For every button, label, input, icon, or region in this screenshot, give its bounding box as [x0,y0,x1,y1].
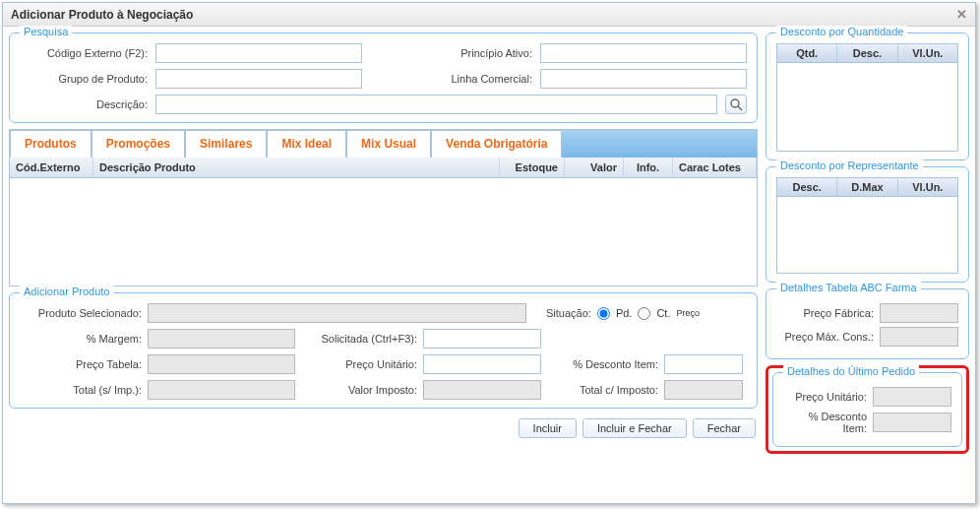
desconto-rep-legend: Desconto por Representante [776,159,923,171]
pct-desconto-input[interactable] [664,354,743,374]
principio-ativo-input[interactable] [540,43,747,63]
col-dmax[interactable]: D.Max [837,178,897,196]
col-estoque[interactable]: Estoque [500,158,565,177]
pesquisa-fieldset: Pesquisa Código Externo (F2): Princípio … [9,32,758,123]
preco-fabrica-input [880,303,958,323]
ultimo-preco-unit-label: Preço Unitário: [783,391,867,403]
linha-comercial-label: Linha Comercial: [424,73,532,85]
tab-mix-usual[interactable]: Mix Usual [346,130,431,158]
principio-ativo-label: Princípio Ativo: [424,47,532,59]
grupo-produto-label: Grupo de Produto: [20,73,148,85]
preco-unitario-label: Preço Unitário: [315,358,423,370]
situacao-label: Situação: [546,307,591,319]
total-s-imp-label: Total (s/ Imp.): [20,384,148,396]
tab-produtos[interactable]: Produtos [10,130,92,158]
produto-sel-input [148,303,526,323]
preco-fabrica-label: Preço Fábrica: [776,307,874,319]
abc-legend: Detalhes Tabela ABC Farma [776,282,921,293]
pct-desconto-label: % Desconto Item: [546,358,664,370]
svg-point-0 [731,99,739,107]
col-carac-lotes[interactable]: Carac Lotes [673,158,757,177]
right-column: Desconto por Quantidade Qtd. Desc. Vl.Un… [766,32,969,454]
ultimo-preco-unit-input [873,387,951,407]
ultimo-legend: Detalhes do Último Pedido [783,365,919,377]
tab-body: Cód.Externo Descrição Produto Estoque Va… [10,158,757,286]
adicionar-produto-fieldset: Adicionar Produto Produto Selecionado: S… [9,292,758,409]
tab-promocoes[interactable]: Promoções [92,130,185,158]
codigo-externo-input[interactable] [155,43,362,63]
fechar-button[interactable]: Fechar [693,418,756,438]
desconto-qtd-legend: Desconto por Quantidade [776,26,907,37]
desconto-rep-header: Desc. D.Max Vl.Un. [776,177,958,197]
valor-imposto-label: Valor Imposto: [315,384,423,396]
col-desc[interactable]: Desc. [837,44,897,62]
col-descricao[interactable]: Descrição Produto [93,158,500,177]
col-cod-externo[interactable]: Cód.Externo [10,158,93,177]
pct-margem-label: % Margem: [20,333,148,345]
total-c-imp-label: Total c/ Imposto: [546,384,664,396]
pd-label: Pd. [616,307,633,319]
tabstrip: Produtos Promoções Similares Mix Ideal M… [10,130,757,158]
col-desc2[interactable]: Desc. [777,178,837,196]
solicitada-input[interactable] [423,329,541,349]
total-c-imp-input [664,380,743,400]
pesquisa-legend: Pesquisa [20,26,72,37]
desconto-rep-fieldset: Desconto por Representante Desc. D.Max V… [766,166,969,283]
tab-similares[interactable]: Similares [185,130,267,158]
titlebar: Adicionar Produto à Negociação ✕ [3,3,975,27]
solicitada-label: Solicitada (Ctrl+F3): [315,333,423,345]
content-area: Pesquisa Código Externo (F2): Princípio … [3,27,975,460]
abc-farma-fieldset: Detalhes Tabela ABC Farma Preço Fábrica:… [766,288,969,359]
descricao-label: Descrição: [20,98,148,110]
situacao-ct-radio[interactable] [638,307,650,320]
preco-max-label: Preço Máx. Cons.: [776,331,874,343]
total-s-imp-input [148,380,295,400]
preco-tabela-label: Preço Tabela: [20,358,148,370]
col-vlun2[interactable]: Vl.Un. [898,178,957,196]
col-qtd[interactable]: Qtd. [777,44,837,62]
desconto-qtd-fieldset: Desconto por Quantidade Qtd. Desc. Vl.Un… [766,32,969,160]
produto-sel-label: Produto Selecionado: [20,307,148,319]
ct-label: Ct. [656,307,670,319]
tab-mix-ideal[interactable]: Mix Ideal [267,130,346,158]
grupo-produto-input[interactable] [155,69,362,89]
button-row: Incluir Incluir e Fechar Fechar [9,414,758,440]
desconto-qtd-header: Qtd. Desc. Vl.Un. [776,43,958,63]
col-valor[interactable]: Valor [565,158,624,177]
magnifier-icon [730,98,743,111]
descricao-input[interactable] [155,95,717,114]
grid-header: Cód.Externo Descrição Produto Estoque Va… [10,158,757,178]
adicionar-legend: Adicionar Produto [20,286,113,297]
situacao-pd-radio[interactable] [597,307,610,320]
pct-margem-input [148,329,295,349]
linha-comercial-input[interactable] [540,69,747,89]
preco-super-label: Preço [676,308,700,318]
ultimo-pedido-fieldset: Detalhes do Último Pedido Preço Unitário… [772,372,962,447]
col-vlun[interactable]: Vl.Un. [898,44,957,62]
search-button[interactable] [725,95,747,114]
preco-max-input [880,327,958,347]
close-icon[interactable]: ✕ [956,7,967,22]
incluir-button[interactable]: Incluir [519,418,577,438]
tab-venda-obrigatoria[interactable]: Venda Obrigatória [431,130,562,158]
svg-line-1 [738,106,742,110]
window-title: Adicionar Produto à Negociação [11,8,193,22]
preco-tabela-input [148,354,295,374]
ultimo-pedido-highlight: Detalhes do Último Pedido Preço Unitário… [766,365,969,454]
dialog-window: Adicionar Produto à Negociação ✕ Pesquis… [2,2,976,504]
ultimo-pct-desc-label: % Desconto Item: [783,411,867,434]
preco-unitario-input[interactable] [423,354,541,374]
col-info[interactable]: Info. [624,158,673,177]
incluir-fechar-button[interactable]: Incluir e Fechar [582,418,687,438]
desconto-qtd-body [776,63,958,152]
desconto-rep-body [776,197,958,274]
valor-imposto-input [423,380,541,400]
codigo-externo-label: Código Externo (F2): [20,47,148,59]
ultimo-pct-desc-input [873,413,951,432]
left-column: Pesquisa Código Externo (F2): Princípio … [9,32,758,454]
tabs-container: Produtos Promoções Similares Mix Ideal M… [9,129,758,286]
